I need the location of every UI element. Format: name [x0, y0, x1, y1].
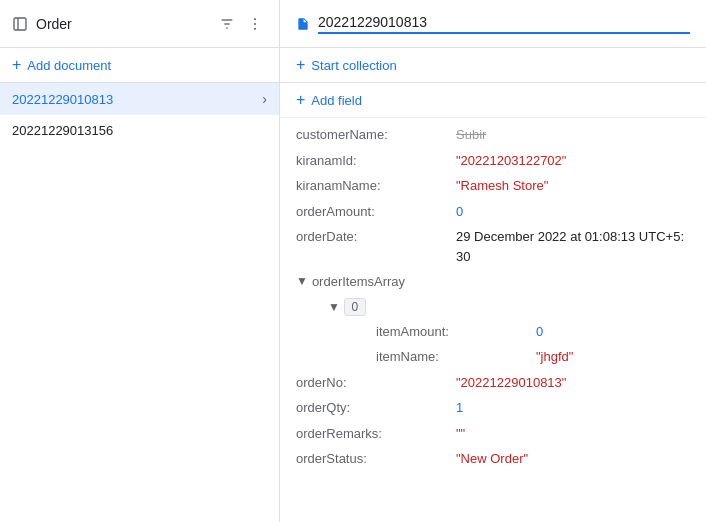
field-orderAmount: orderAmount: 0 [280, 199, 706, 225]
add-field-button[interactable]: + Add field [280, 83, 706, 118]
svg-point-7 [254, 27, 256, 29]
field-orderNo: orderNo: "20221229010813" [280, 370, 706, 396]
field-orderQty: orderQty: 1 [280, 395, 706, 421]
chevron-right-icon: › [262, 91, 267, 107]
add-document-button[interactable]: + Add document [0, 48, 279, 83]
start-collection-button[interactable]: + Start collection [296, 56, 397, 74]
collection-icon [12, 16, 28, 32]
collection-title: Order [36, 16, 207, 32]
svg-point-6 [254, 23, 256, 25]
plus-icon-field: + [296, 91, 305, 109]
expand-arrow-index[interactable]: ▼ [328, 298, 340, 316]
field-kiranamName: kiranamName: "Ramesh Store" [280, 173, 706, 199]
field-orderItemsArray: ▼ orderItemsArray [280, 269, 706, 295]
app-container: Order + [0, 0, 706, 522]
left-panel-header: Order [0, 0, 279, 48]
right-panel-header: 20221229010813 [280, 0, 706, 48]
field-kiranamId: kiranamId: "20221203122702" [280, 148, 706, 174]
plus-icon-collection: + [296, 56, 305, 74]
field-orderDate: orderDate: 29 December 2022 at 01:08:13 … [280, 224, 706, 269]
doc-item-1[interactable]: 20221229010813 › [0, 83, 279, 115]
field-orderStatus: orderStatus: "New Order" [280, 446, 706, 472]
right-panel: 20221229010813 + Start collection + Add … [280, 0, 706, 522]
expand-arrow-array[interactable]: ▼ [296, 272, 308, 290]
more-options-btn[interactable] [243, 12, 267, 36]
svg-point-5 [254, 18, 256, 20]
doc-item-2[interactable]: 20221229013156 [0, 115, 279, 146]
left-panel: Order + [0, 0, 280, 522]
field-array-index-0: ▼ 0 [280, 295, 706, 319]
document-list: 20221229010813 › 20221229013156 [0, 83, 279, 522]
field-orderRemarks: orderRemarks: "" [280, 421, 706, 447]
fields-container: customerName: Subir kiranamId: "20221203… [280, 118, 706, 522]
field-customerName: customerName: Subir [280, 122, 706, 148]
header-actions [215, 12, 267, 36]
plus-icon: + [12, 56, 21, 74]
filter-btn[interactable] [215, 12, 239, 36]
svg-rect-0 [14, 18, 26, 30]
document-title: 20221229010813 [318, 14, 690, 34]
document-icon [296, 17, 310, 31]
field-itemAmount: itemAmount: 0 [280, 319, 706, 345]
right-top-bar: + Start collection [280, 48, 706, 83]
field-itemName: itemName: "jhgfd" [280, 344, 706, 370]
